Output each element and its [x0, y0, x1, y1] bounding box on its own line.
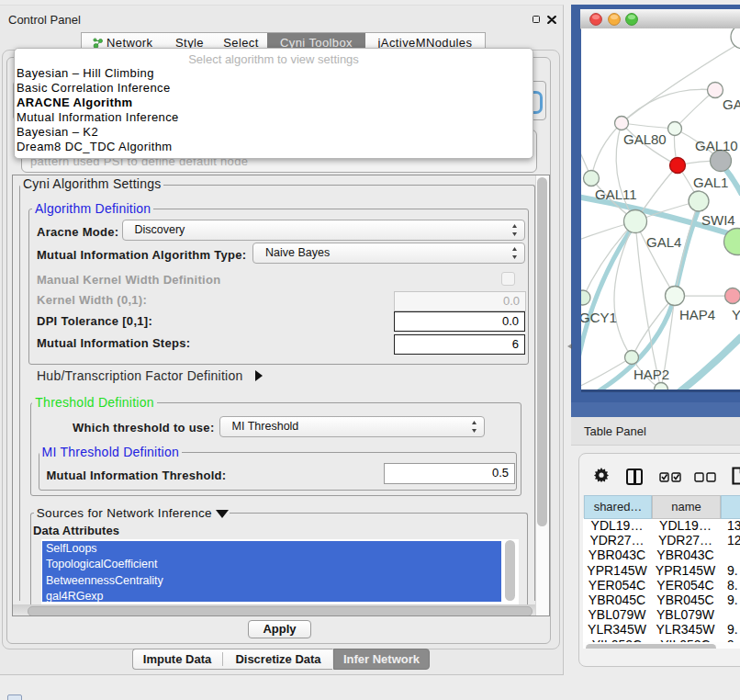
svg-text:GAL80: GAL80 [623, 131, 667, 147]
svg-text:GAL: GAL [723, 96, 740, 112]
svg-text:GCY1: GCY1 [581, 310, 617, 325]
svg-text:Y: Y [732, 307, 740, 322]
svg-text:GAL4: GAL4 [646, 234, 681, 250]
svg-text:HAP4: HAP4 [679, 307, 715, 322]
svg-text:GAL1: GAL1 [693, 175, 728, 190]
svg-text:SWI4: SWI4 [701, 212, 735, 228]
svg-text:HAP2: HAP2 [633, 367, 669, 382]
svg-text:GAL11: GAL11 [595, 186, 637, 202]
svg-text:GAL10: GAL10 [695, 138, 738, 153]
